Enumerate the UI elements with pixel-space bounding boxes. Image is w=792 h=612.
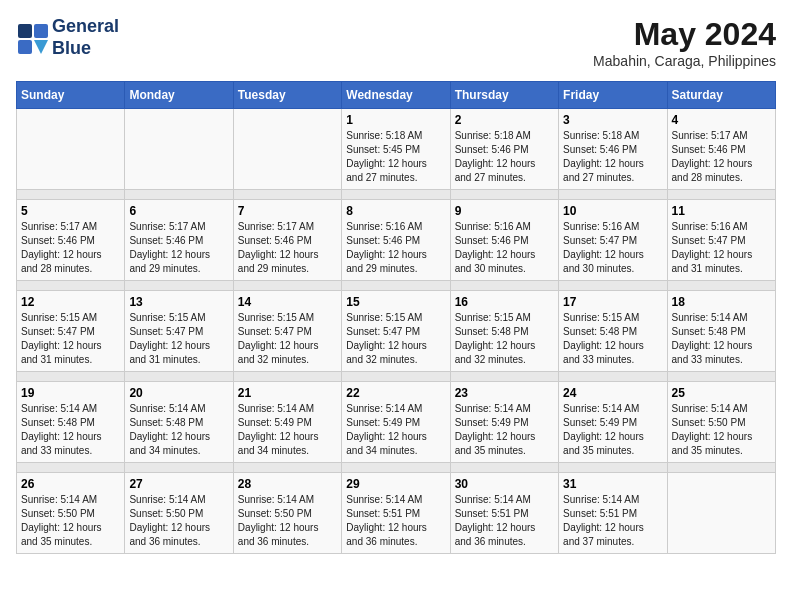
calendar-header-row: SundayMondayTuesdayWednesdayThursdayFrid…	[17, 82, 776, 109]
month-title: May 2024	[593, 16, 776, 53]
calendar-cell: 5Sunrise: 5:17 AM Sunset: 5:46 PM Daylig…	[17, 200, 125, 281]
calendar-cell: 27Sunrise: 5:14 AM Sunset: 5:50 PM Dayli…	[125, 473, 233, 554]
day-number: 10	[563, 204, 662, 218]
day-number: 3	[563, 113, 662, 127]
day-number: 30	[455, 477, 554, 491]
day-number: 2	[455, 113, 554, 127]
logo-icon	[16, 22, 48, 54]
day-info: Sunrise: 5:14 AM Sunset: 5:50 PM Dayligh…	[129, 493, 228, 549]
day-number: 17	[563, 295, 662, 309]
day-number: 19	[21, 386, 120, 400]
day-info: Sunrise: 5:14 AM Sunset: 5:51 PM Dayligh…	[346, 493, 445, 549]
calendar-cell: 22Sunrise: 5:14 AM Sunset: 5:49 PM Dayli…	[342, 382, 450, 463]
calendar-cell	[667, 473, 775, 554]
day-number: 24	[563, 386, 662, 400]
day-info: Sunrise: 5:14 AM Sunset: 5:48 PM Dayligh…	[21, 402, 120, 458]
column-header-wednesday: Wednesday	[342, 82, 450, 109]
day-number: 11	[672, 204, 771, 218]
calendar-week-3: 12Sunrise: 5:15 AM Sunset: 5:47 PM Dayli…	[17, 291, 776, 372]
calendar-week-4: 19Sunrise: 5:14 AM Sunset: 5:48 PM Dayli…	[17, 382, 776, 463]
logo: General Blue	[16, 16, 119, 59]
week-separator	[17, 372, 776, 382]
day-number: 22	[346, 386, 445, 400]
calendar-cell: 14Sunrise: 5:15 AM Sunset: 5:47 PM Dayli…	[233, 291, 341, 372]
calendar-cell: 1Sunrise: 5:18 AM Sunset: 5:45 PM Daylig…	[342, 109, 450, 190]
day-number: 13	[129, 295, 228, 309]
column-header-thursday: Thursday	[450, 82, 558, 109]
day-number: 9	[455, 204, 554, 218]
calendar-cell: 16Sunrise: 5:15 AM Sunset: 5:48 PM Dayli…	[450, 291, 558, 372]
day-number: 6	[129, 204, 228, 218]
calendar-week-1: 1Sunrise: 5:18 AM Sunset: 5:45 PM Daylig…	[17, 109, 776, 190]
calendar-cell: 15Sunrise: 5:15 AM Sunset: 5:47 PM Dayli…	[342, 291, 450, 372]
calendar-cell: 9Sunrise: 5:16 AM Sunset: 5:46 PM Daylig…	[450, 200, 558, 281]
day-number: 4	[672, 113, 771, 127]
calendar-cell: 30Sunrise: 5:14 AM Sunset: 5:51 PM Dayli…	[450, 473, 558, 554]
day-number: 16	[455, 295, 554, 309]
day-info: Sunrise: 5:14 AM Sunset: 5:48 PM Dayligh…	[672, 311, 771, 367]
column-header-saturday: Saturday	[667, 82, 775, 109]
calendar-week-2: 5Sunrise: 5:17 AM Sunset: 5:46 PM Daylig…	[17, 200, 776, 281]
column-header-sunday: Sunday	[17, 82, 125, 109]
calendar-cell: 21Sunrise: 5:14 AM Sunset: 5:49 PM Dayli…	[233, 382, 341, 463]
calendar-cell: 13Sunrise: 5:15 AM Sunset: 5:47 PM Dayli…	[125, 291, 233, 372]
day-number: 27	[129, 477, 228, 491]
column-header-monday: Monday	[125, 82, 233, 109]
day-info: Sunrise: 5:15 AM Sunset: 5:48 PM Dayligh…	[563, 311, 662, 367]
calendar-cell: 23Sunrise: 5:14 AM Sunset: 5:49 PM Dayli…	[450, 382, 558, 463]
day-number: 7	[238, 204, 337, 218]
calendar-cell: 4Sunrise: 5:17 AM Sunset: 5:46 PM Daylig…	[667, 109, 775, 190]
day-info: Sunrise: 5:14 AM Sunset: 5:50 PM Dayligh…	[21, 493, 120, 549]
calendar-cell: 19Sunrise: 5:14 AM Sunset: 5:48 PM Dayli…	[17, 382, 125, 463]
day-info: Sunrise: 5:14 AM Sunset: 5:49 PM Dayligh…	[563, 402, 662, 458]
day-number: 23	[455, 386, 554, 400]
day-number: 20	[129, 386, 228, 400]
day-info: Sunrise: 5:16 AM Sunset: 5:46 PM Dayligh…	[346, 220, 445, 276]
day-number: 26	[21, 477, 120, 491]
calendar-cell: 6Sunrise: 5:17 AM Sunset: 5:46 PM Daylig…	[125, 200, 233, 281]
day-info: Sunrise: 5:18 AM Sunset: 5:46 PM Dayligh…	[563, 129, 662, 185]
day-info: Sunrise: 5:14 AM Sunset: 5:51 PM Dayligh…	[563, 493, 662, 549]
day-info: Sunrise: 5:15 AM Sunset: 5:47 PM Dayligh…	[238, 311, 337, 367]
day-number: 25	[672, 386, 771, 400]
calendar-cell: 31Sunrise: 5:14 AM Sunset: 5:51 PM Dayli…	[559, 473, 667, 554]
day-info: Sunrise: 5:14 AM Sunset: 5:49 PM Dayligh…	[238, 402, 337, 458]
day-number: 5	[21, 204, 120, 218]
calendar-cell: 2Sunrise: 5:18 AM Sunset: 5:46 PM Daylig…	[450, 109, 558, 190]
day-info: Sunrise: 5:15 AM Sunset: 5:48 PM Dayligh…	[455, 311, 554, 367]
day-number: 1	[346, 113, 445, 127]
day-info: Sunrise: 5:15 AM Sunset: 5:47 PM Dayligh…	[129, 311, 228, 367]
day-info: Sunrise: 5:17 AM Sunset: 5:46 PM Dayligh…	[238, 220, 337, 276]
calendar-cell: 3Sunrise: 5:18 AM Sunset: 5:46 PM Daylig…	[559, 109, 667, 190]
calendar-cell: 29Sunrise: 5:14 AM Sunset: 5:51 PM Dayli…	[342, 473, 450, 554]
day-number: 8	[346, 204, 445, 218]
calendar-cell: 17Sunrise: 5:15 AM Sunset: 5:48 PM Dayli…	[559, 291, 667, 372]
calendar-cell: 18Sunrise: 5:14 AM Sunset: 5:48 PM Dayli…	[667, 291, 775, 372]
day-number: 21	[238, 386, 337, 400]
calendar-cell: 10Sunrise: 5:16 AM Sunset: 5:47 PM Dayli…	[559, 200, 667, 281]
day-info: Sunrise: 5:16 AM Sunset: 5:46 PM Dayligh…	[455, 220, 554, 276]
day-info: Sunrise: 5:16 AM Sunset: 5:47 PM Dayligh…	[563, 220, 662, 276]
day-info: Sunrise: 5:18 AM Sunset: 5:46 PM Dayligh…	[455, 129, 554, 185]
title-block: May 2024 Mabahin, Caraga, Philippines	[593, 16, 776, 69]
calendar-cell: 25Sunrise: 5:14 AM Sunset: 5:50 PM Dayli…	[667, 382, 775, 463]
svg-rect-1	[34, 24, 48, 38]
logo-text: General Blue	[52, 16, 119, 59]
week-separator	[17, 281, 776, 291]
calendar-cell	[125, 109, 233, 190]
calendar-cell	[17, 109, 125, 190]
calendar-cell: 28Sunrise: 5:14 AM Sunset: 5:50 PM Dayli…	[233, 473, 341, 554]
calendar-cell: 26Sunrise: 5:14 AM Sunset: 5:50 PM Dayli…	[17, 473, 125, 554]
calendar-cell: 12Sunrise: 5:15 AM Sunset: 5:47 PM Dayli…	[17, 291, 125, 372]
location: Mabahin, Caraga, Philippines	[593, 53, 776, 69]
calendar-cell: 11Sunrise: 5:16 AM Sunset: 5:47 PM Dayli…	[667, 200, 775, 281]
day-number: 29	[346, 477, 445, 491]
column-header-friday: Friday	[559, 82, 667, 109]
svg-rect-2	[18, 40, 32, 54]
calendar-cell	[233, 109, 341, 190]
day-number: 28	[238, 477, 337, 491]
column-header-tuesday: Tuesday	[233, 82, 341, 109]
calendar-week-5: 26Sunrise: 5:14 AM Sunset: 5:50 PM Dayli…	[17, 473, 776, 554]
day-number: 14	[238, 295, 337, 309]
day-info: Sunrise: 5:14 AM Sunset: 5:50 PM Dayligh…	[238, 493, 337, 549]
